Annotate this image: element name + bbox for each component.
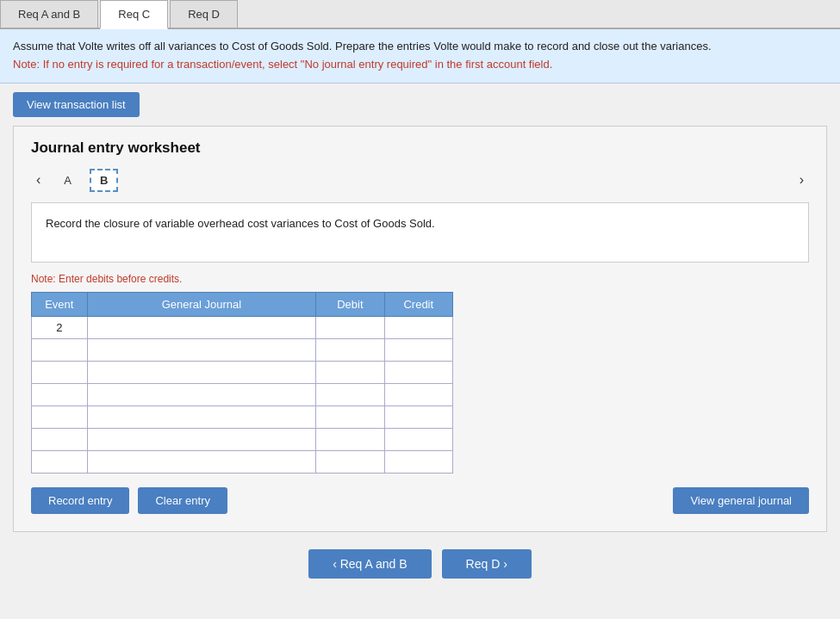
description-box: Record the closure of variable overhead … [31,202,809,263]
journal-input[interactable] [88,451,316,473]
debit-cell[interactable] [316,428,384,450]
col-debit: Debit [316,292,384,316]
tab-req-c[interactable]: Req C [100,0,168,29]
debit-cell[interactable] [316,450,384,473]
event-cell [32,383,88,405]
col-credit: Credit [384,292,452,316]
debit-cell[interactable] [316,338,384,361]
action-buttons-row: Record entry Clear entry View general jo… [31,487,809,514]
table-row [32,383,453,405]
clear-entry-button[interactable]: Clear entry [138,487,227,514]
credit-cell[interactable] [384,361,452,383]
debit-cell[interactable] [316,405,384,428]
debit-input[interactable] [316,451,383,473]
credit-input[interactable] [385,317,452,338]
tab-req-d[interactable]: Req D [170,0,238,28]
event-cell [32,428,88,450]
journal-table: Event General Journal Debit Credit 2 [31,292,453,474]
col-general-journal: General Journal [87,292,316,316]
journal-cell[interactable] [87,316,316,338]
credit-cell[interactable] [384,383,452,405]
table-row: 2 [32,316,453,338]
credit-cell[interactable] [384,338,452,361]
debits-note: Note: Enter debits before credits. [31,273,809,285]
info-note-text: Note: If no entry is required for a tran… [13,58,552,71]
journal-input[interactable] [88,406,316,428]
info-box: Assume that Volte writes off all varianc… [0,29,840,84]
debit-input[interactable] [316,429,383,450]
tab-req-ab[interactable]: Req A and B [0,0,98,28]
credit-input[interactable] [385,339,452,361]
debit-input[interactable] [316,317,383,338]
table-row [32,405,453,428]
journal-cell[interactable] [87,405,316,428]
bottom-nav-prev-button[interactable]: ‹ Req A and B [308,549,431,579]
debit-cell[interactable] [316,361,384,383]
event-cell: 2 [32,316,88,338]
journal-input[interactable] [88,384,316,405]
credit-input[interactable] [385,451,452,473]
credit-cell[interactable] [384,428,452,450]
event-cell [32,450,88,473]
worksheet-nav-row: ‹ A B › [31,169,809,192]
bottom-nav-next-button[interactable]: Req D › [442,549,532,579]
tabs-bar: Req A and B Req C Req D [0,0,840,29]
credit-cell[interactable] [384,405,452,428]
nav-prev-arrow[interactable]: ‹ [31,169,46,191]
journal-cell[interactable] [87,450,316,473]
credit-input[interactable] [385,384,452,405]
col-event: Event [32,292,88,316]
credit-cell[interactable] [384,316,452,338]
credit-cell[interactable] [384,450,452,473]
bottom-nav: ‹ Req A and B Req D › [0,549,840,596]
journal-cell[interactable] [87,383,316,405]
journal-input[interactable] [88,429,316,450]
info-main-text: Assume that Volte writes off all varianc… [13,40,712,53]
journal-cell[interactable] [87,338,316,361]
record-entry-button[interactable]: Record entry [31,487,129,514]
worksheet-container: Journal entry worksheet ‹ A B › Record t… [13,126,827,532]
debit-cell[interactable] [316,316,384,338]
debit-input[interactable] [316,406,383,428]
view-transaction-list-button[interactable]: View transaction list [13,92,140,117]
journal-input[interactable] [88,362,316,383]
table-row [32,428,453,450]
nav-next-arrow[interactable]: › [794,169,809,191]
journal-cell[interactable] [87,361,316,383]
table-row [32,338,453,361]
nav-letter-b[interactable]: B [90,169,118,192]
journal-input[interactable] [88,317,316,338]
worksheet-title: Journal entry worksheet [31,139,809,157]
journal-cell[interactable] [87,428,316,450]
debit-input[interactable] [316,384,383,405]
journal-input[interactable] [88,339,316,361]
event-cell [32,361,88,383]
description-text: Record the closure of variable overhead … [46,217,435,230]
nav-letter-a[interactable]: A [54,170,81,191]
debit-cell[interactable] [316,383,384,405]
credit-input[interactable] [385,429,452,450]
debit-input[interactable] [316,362,383,383]
table-row [32,450,453,473]
event-cell [32,338,88,361]
debit-input[interactable] [316,339,383,361]
credit-input[interactable] [385,362,452,383]
event-cell [32,405,88,428]
view-general-journal-button[interactable]: View general journal [673,487,809,514]
table-row [32,361,453,383]
credit-input[interactable] [385,406,452,428]
